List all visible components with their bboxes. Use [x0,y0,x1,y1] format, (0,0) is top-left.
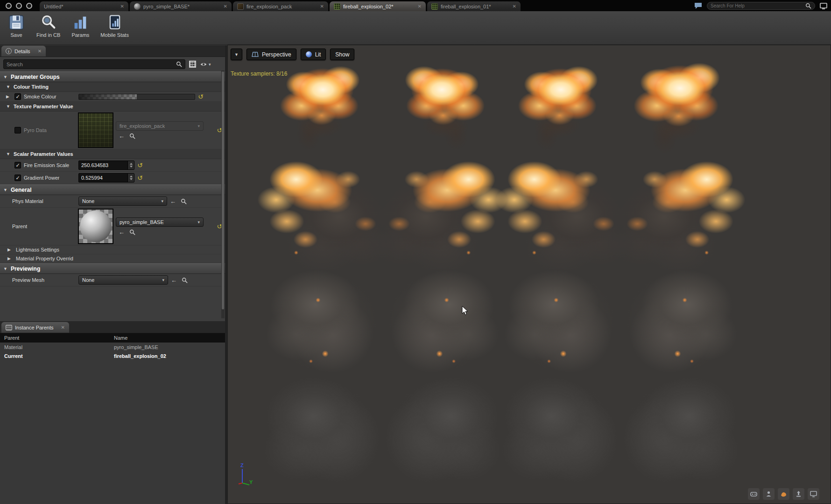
browse-to-asset-icon[interactable] [181,198,187,204]
window-maximize-button[interactable] [26,3,32,9]
chevron-down-icon: ▼ [6,84,10,89]
bar-chart-icon [72,14,89,31]
axis-gizmo: Z Y [232,464,261,491]
material-preview-viewport[interactable]: ▼ Perspective Lit Show Texture samplers:… [227,45,831,504]
show-flags-button[interactable]: Show [330,49,354,60]
parent-material-thumbnail[interactable] [78,209,113,244]
viewport-corner-icon-3[interactable] [778,488,789,500]
tab-close-icon[interactable]: ✕ [220,4,227,9]
value-spinner[interactable] [127,174,134,182]
flipbook-frame [501,53,620,161]
tab-close-icon[interactable]: ✕ [317,4,324,9]
category-general[interactable]: ▼ General [0,184,225,195]
chevron-down-icon: ▾ [197,220,200,224]
find-in-content-browser-button[interactable]: Find in CB [34,13,63,43]
gradient-power-input[interactable] [79,174,127,182]
tab-label: fireball_explosion_01* [441,4,491,9]
lit-mode-button[interactable]: Lit [301,49,326,60]
table-row[interactable]: Material pyro_simple_BASE [0,343,225,351]
editor-tab-untitled[interactable]: Untitled* ✕ [40,1,128,11]
instance-parents-tab[interactable]: Instance Parents ✕ [1,322,69,333]
value-spinner[interactable] [127,161,134,169]
perspective-button[interactable]: Perspective [246,49,296,60]
flipbook-frame [256,154,390,274]
editor-tab-fireball-explosion-02[interactable]: fireball_explosion_02* ✕ [330,1,426,11]
property-matrix-icon[interactable] [189,61,196,68]
parent-material-dropdown[interactable]: pyro_simple_BASE ▾ [116,217,204,227]
feedback-bubble-icon[interactable] [694,2,702,9]
details-tab[interactable]: i Details ✕ [1,46,46,56]
tab-close-icon[interactable]: ✕ [414,4,422,9]
window-close-button[interactable] [6,3,12,9]
viewport-corner-icon-5[interactable] [808,488,819,500]
tab-close-icon[interactable]: ✕ [117,4,124,9]
property-row-gradient-power: ✓ Gradient Power ↺ [0,172,225,184]
use-selected-asset-icon[interactable]: ← [119,229,125,235]
mouse-cursor [462,306,468,315]
layout-icon[interactable] [820,3,827,9]
save-button[interactable]: Save [2,13,31,43]
category-parameter-groups[interactable]: ▼ Parameter Groups [0,71,225,82]
pyro-data-texture-thumbnail[interactable] [78,113,113,147]
smoke-colour-swatch[interactable] [78,94,195,100]
flipbook-frame [616,49,744,165]
reset-to-default-icon[interactable]: ↺ [198,93,204,100]
viewport-corner-icon-4[interactable] [793,488,804,500]
pyro-data-checkbox[interactable] [14,127,21,133]
flipbook-frame [620,268,739,375]
viewport-corner-icon-1[interactable] [748,488,760,500]
tab-label: fireball_explosion_02* [343,4,394,9]
flipbook-frame [494,154,628,274]
details-search-input[interactable] [7,62,174,67]
category-previewing[interactable]: ▼ Previewing [0,263,225,274]
material-icon [134,3,141,10]
tab-close-icon[interactable]: ✕ [509,4,516,9]
reset-to-default-icon[interactable]: ↺ [137,175,143,181]
editor-tab-fire-explosion-pack[interactable]: fire_explosion_pack ✕ [233,1,328,11]
details-scrollbar[interactable] [221,70,225,318]
use-selected-asset-icon[interactable]: ← [171,277,177,283]
group-scalar-parameter-values[interactable]: ▼ Scalar Parameter Values [0,149,225,159]
window-minimize-button[interactable] [16,3,22,9]
window-controls [0,3,40,11]
browse-to-asset-icon[interactable] [182,277,188,283]
property-row-fire-emission-scale: ✓ Fire Emission Scale ↺ [0,159,225,172]
fire-emission-scale-checkbox[interactable]: ✓ [14,162,21,168]
browse-to-asset-icon[interactable] [129,229,135,235]
gradient-power-field [78,173,134,182]
left-panel-column: i Details ✕ ▾ ▼ Parameter Groups [0,45,225,504]
reset-to-default-icon[interactable]: ↺ [137,162,143,168]
view-options-button[interactable]: ▾ [200,61,211,68]
editor-tab-pyro-simple-base[interactable]: pyro_simple_BASE* ✕ [130,1,232,11]
close-icon[interactable]: ✕ [38,49,42,54]
help-search-box [707,2,815,10]
details-panel: i Details ✕ ▾ ▼ Parameter Groups [0,45,225,322]
search-icon [805,3,811,9]
gradient-power-checkbox[interactable]: ✓ [14,175,21,181]
phys-material-dropdown[interactable]: None ▾ [78,196,167,206]
pyro-data-asset-dropdown[interactable]: fire_explosion_pack ▾ [116,121,204,131]
expander-icon[interactable]: ▶ [7,247,13,252]
property-row-lightmass-settings[interactable]: ▶ Lightmass Settings [0,245,225,254]
expander-icon[interactable]: ▶ [7,256,13,261]
mobile-stats-button[interactable]: Mobile Stats [98,13,132,43]
expander-icon[interactable]: ▶ [6,94,12,99]
group-texture-parameter-value[interactable]: ▼ Texture Parameter Value [0,102,225,112]
use-selected-asset-icon[interactable]: ← [119,133,125,139]
instance-parents-tab-row: Instance Parents ✕ [0,322,225,333]
smoke-colour-checkbox[interactable]: ✓ [14,93,21,100]
close-icon[interactable]: ✕ [61,325,65,330]
help-search-input[interactable] [711,3,803,8]
use-selected-asset-icon[interactable]: ← [170,198,176,204]
viewport-options-button[interactable]: ▼ [231,49,242,60]
viewport-corner-icon-2[interactable] [763,488,775,500]
browse-to-asset-icon[interactable] [129,133,135,139]
property-row-material-property-overrides[interactable]: ▶ Material Property Overrid [0,254,225,263]
fire-emission-scale-input[interactable] [79,161,127,169]
group-colour-tinting[interactable]: ▼ Colour Tinting [0,82,225,92]
table-row-current[interactable]: Current fireball_explosion_02 [0,351,225,360]
preview-mesh-dropdown[interactable]: None ▾ [78,275,168,285]
params-button[interactable]: Params [66,13,95,43]
editor-tab-fireball-explosion-01[interactable]: fireball_explosion_01* ✕ [427,1,521,11]
texture-icon [237,3,244,10]
